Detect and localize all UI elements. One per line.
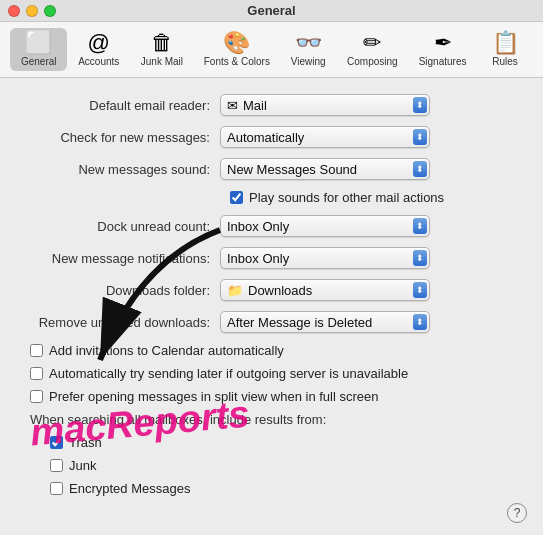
toolbar-item-general[interactable]: ⬜ General xyxy=(10,28,67,71)
prefer-split-label: Prefer opening messages in split view wh… xyxy=(49,389,379,404)
default-email-reader-control: ✉ Mail ⬍ xyxy=(220,94,523,116)
remove-unedited-downloads-control: After Message is Deleted ⬍ xyxy=(220,311,523,333)
remove-unedited-downloads-select[interactable]: After Message is Deleted ⬍ xyxy=(220,311,430,333)
signatures-icon: ✒ xyxy=(434,32,452,54)
encrypted-checkbox[interactable] xyxy=(50,482,63,495)
default-email-reader-row: Default email reader: ✉ Mail ⬍ xyxy=(20,94,523,116)
new-message-notifications-label: New message notifications: xyxy=(20,251,220,266)
play-sounds-label: Play sounds for other mail actions xyxy=(249,190,444,205)
dock-unread-count-label: Dock unread count: xyxy=(20,219,220,234)
help-button[interactable]: ? xyxy=(507,503,527,523)
prefer-split-row: Prefer opening messages in split view wh… xyxy=(20,389,523,404)
new-messages-sound-control: New Messages Sound ⬍ xyxy=(220,158,523,180)
maximize-button[interactable] xyxy=(44,5,56,17)
toolbar: ⬜ General @ Accounts 🗑 Junk Mail 🎨 Fonts… xyxy=(0,22,543,78)
toolbar-label-signatures: Signatures xyxy=(419,56,467,67)
remove-unedited-downloads-label: Remove unedited downloads: xyxy=(20,315,220,330)
encrypted-label: Encrypted Messages xyxy=(69,481,190,496)
downloads-folder-select[interactable]: 📁 Downloads ⬍ xyxy=(220,279,430,301)
general-icon: ⬜ xyxy=(25,32,52,54)
automatically-try-label: Automatically try sending later if outgo… xyxy=(49,366,408,381)
select-arrow-icon: ⬍ xyxy=(413,97,427,113)
toolbar-item-junk-mail[interactable]: 🗑 Junk Mail xyxy=(130,28,194,71)
toolbar-label-junk-mail: Junk Mail xyxy=(141,56,183,67)
new-messages-sound-label: New messages sound: xyxy=(20,162,220,177)
new-message-notifications-value: Inbox Only xyxy=(227,251,413,266)
fonts-colors-icon: 🎨 xyxy=(223,32,250,54)
composing-icon: ✏ xyxy=(363,32,381,54)
default-email-reader-value: Mail xyxy=(243,98,413,113)
trash-checkbox[interactable] xyxy=(50,436,63,449)
play-sounds-checkbox[interactable] xyxy=(230,191,243,204)
toolbar-label-rules: Rules xyxy=(492,56,518,67)
dock-unread-count-row: Dock unread count: Inbox Only ⬍ xyxy=(20,215,523,237)
toolbar-label-general: General xyxy=(21,56,57,67)
new-messages-sound-select[interactable]: New Messages Sound ⬍ xyxy=(220,158,430,180)
dock-unread-count-value: Inbox Only xyxy=(227,219,413,234)
check-new-messages-control: Automatically ⬍ xyxy=(220,126,523,148)
automatically-try-checkbox[interactable] xyxy=(30,367,43,380)
downloads-folder-label: Downloads folder: xyxy=(20,283,220,298)
toolbar-label-composing: Composing xyxy=(347,56,398,67)
new-message-notifications-control: Inbox Only ⬍ xyxy=(220,247,523,269)
toolbar-item-accounts[interactable]: @ Accounts xyxy=(67,28,130,71)
window-title: General xyxy=(247,3,295,18)
accounts-icon: @ xyxy=(88,32,110,54)
new-messages-sound-value: New Messages Sound xyxy=(227,162,413,177)
default-email-reader-label: Default email reader: xyxy=(20,98,220,113)
check-new-messages-select[interactable]: Automatically ⬍ xyxy=(220,126,430,148)
new-messages-sound-row: New messages sound: New Messages Sound ⬍ xyxy=(20,158,523,180)
minimize-button[interactable] xyxy=(26,5,38,17)
junk-row: Junk xyxy=(20,458,523,473)
select-arrow-icon-2: ⬍ xyxy=(413,129,427,145)
prefer-split-checkbox[interactable] xyxy=(30,390,43,403)
folder-icon: 📁 xyxy=(227,283,243,298)
window-controls[interactable] xyxy=(8,5,56,17)
toolbar-label-accounts: Accounts xyxy=(78,56,119,67)
mail-icon: ✉ xyxy=(227,98,238,113)
dock-unread-count-control: Inbox Only ⬍ xyxy=(220,215,523,237)
trash-row: Trash xyxy=(20,435,523,450)
new-message-notifications-row: New message notifications: Inbox Only ⬍ xyxy=(20,247,523,269)
toolbar-label-viewing: Viewing xyxy=(291,56,326,67)
junk-mail-icon: 🗑 xyxy=(151,32,173,54)
toolbar-label-fonts-colors: Fonts & Colors xyxy=(204,56,270,67)
downloads-folder-value: Downloads xyxy=(248,283,413,298)
remove-unedited-downloads-value: After Message is Deleted xyxy=(227,315,413,330)
automatically-try-row: Automatically try sending later if outgo… xyxy=(20,366,523,381)
close-button[interactable] xyxy=(8,5,20,17)
check-new-messages-row: Check for new messages: Automatically ⬍ xyxy=(20,126,523,148)
select-arrow-icon-4: ⬍ xyxy=(413,218,427,234)
select-arrow-icon-3: ⬍ xyxy=(413,161,427,177)
encrypted-row: Encrypted Messages xyxy=(20,481,523,496)
downloads-folder-control: 📁 Downloads ⬍ xyxy=(220,279,523,301)
play-sounds-row: Play sounds for other mail actions xyxy=(20,190,523,205)
check-new-messages-label: Check for new messages: xyxy=(20,130,220,145)
rules-icon: 📋 xyxy=(492,32,519,54)
toolbar-item-signatures[interactable]: ✒ Signatures xyxy=(408,28,477,71)
check-new-messages-value: Automatically xyxy=(227,130,413,145)
default-email-reader-select[interactable]: ✉ Mail ⬍ xyxy=(220,94,430,116)
toolbar-item-viewing[interactable]: 👓 Viewing xyxy=(280,28,337,71)
toolbar-item-composing[interactable]: ✏ Composing xyxy=(337,28,409,71)
select-arrow-icon-6: ⬍ xyxy=(413,282,427,298)
content-area: Default email reader: ✉ Mail ⬍ Check for… xyxy=(0,78,543,520)
toolbar-item-rules[interactable]: 📋 Rules xyxy=(477,28,533,71)
junk-checkbox[interactable] xyxy=(50,459,63,472)
trash-label: Trash xyxy=(69,435,102,450)
select-arrow-icon-5: ⬍ xyxy=(413,250,427,266)
add-invitations-row: Add invitations to Calendar automaticall… xyxy=(20,343,523,358)
junk-label: Junk xyxy=(69,458,96,473)
add-invitations-checkbox[interactable] xyxy=(30,344,43,357)
downloads-folder-row: Downloads folder: 📁 Downloads ⬍ xyxy=(20,279,523,301)
titlebar: General xyxy=(0,0,543,22)
dock-unread-count-select[interactable]: Inbox Only ⬍ xyxy=(220,215,430,237)
remove-unedited-downloads-row: Remove unedited downloads: After Message… xyxy=(20,311,523,333)
help-icon: ? xyxy=(514,506,521,520)
toolbar-item-fonts-colors[interactable]: 🎨 Fonts & Colors xyxy=(194,28,280,71)
add-invitations-label: Add invitations to Calendar automaticall… xyxy=(49,343,284,358)
searching-section-label: When searching all mailboxes, include re… xyxy=(20,412,523,427)
select-arrow-icon-7: ⬍ xyxy=(413,314,427,330)
new-message-notifications-select[interactable]: Inbox Only ⬍ xyxy=(220,247,430,269)
viewing-icon: 👓 xyxy=(295,32,322,54)
